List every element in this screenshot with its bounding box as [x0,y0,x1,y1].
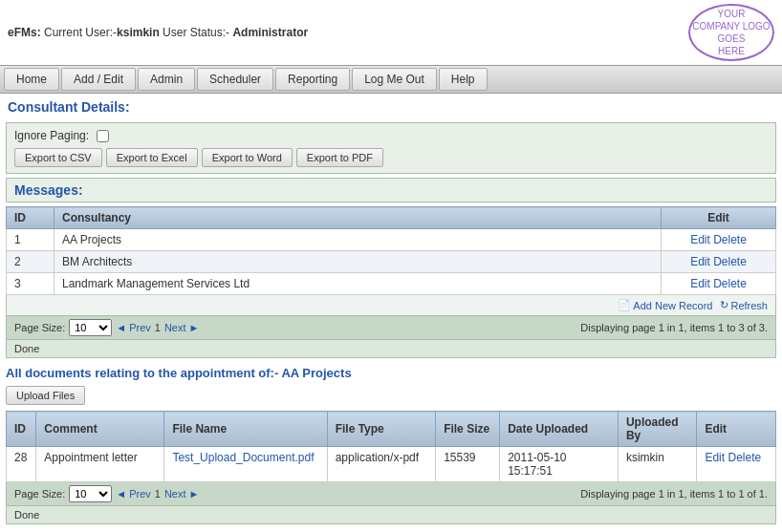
page-size-label: Page Size: [14,322,65,333]
ignore-paging-checkbox[interactable] [97,130,109,142]
messages-action-bar: 📄 Add New Record ↻ Refresh [6,295,776,316]
export-excel-button[interactable]: Export to Excel [106,148,198,167]
messages-table: ID Consultancy Edit 1 AA Projects Edit D… [6,206,776,295]
nav-help[interactable]: Help [439,68,488,91]
doc-col-id: ID [7,412,36,447]
row3-consultancy: Landmark Management Services Ltd [54,273,662,295]
documents-done-bar: Done [6,506,776,524]
main-nav: Home Add / Edit Admin Scheduler Reportin… [0,65,782,94]
documents-displaying-text: Displaying page 1 in 1, items 1 to 1 of … [580,488,768,500]
messages-done-bar: Done [6,340,776,358]
nav-logout[interactable]: Log Me Out [352,68,437,91]
table-row: 2 BM Architects Edit Delete [7,251,776,273]
messages-page-num: 1 [155,322,161,333]
doc-col-comment: Comment [36,412,164,447]
doc-col-edit: Edit [697,412,776,447]
messages-page-size-row: Page Size: 10 25 50 ◄ Prev 1 Next ► [14,319,199,336]
messages-page-size-select[interactable]: 10 25 50 [69,319,112,336]
upload-files-button[interactable]: Upload Files [6,386,85,405]
doc-col-filetype: File Type [327,412,435,447]
add-new-record-link[interactable]: 📄 Add New Record [618,299,712,311]
messages-next-link[interactable]: Next ► [164,322,200,333]
row3-id: 3 [7,273,54,295]
ignore-paging-label: Ignore Paging: [14,129,89,142]
row1-id: 1 [7,229,54,251]
doc-col-uploadedby: Uploaded By [618,412,697,447]
consultant-details-title: Consultant Details: [0,94,782,118]
doc-row1-uploadedby: ksimkin [618,447,697,482]
messages-title: Messages: [14,182,83,198]
row2-consultancy: BM Architects [54,251,662,273]
col-id: ID [7,207,54,229]
ignore-paging-row: Ignore Paging: [14,129,768,142]
company-logo: YOURCOMPANY LOGOGOESHERE [688,4,774,61]
nav-admin[interactable]: Admin [138,68,195,91]
nav-reporting[interactable]: Reporting [275,68,350,91]
col-consultancy: Consultancy [54,207,662,229]
export-word-button[interactable]: Export to Word [202,148,293,167]
add-icon: 📄 [618,299,631,311]
doc-row1-edit-link[interactable]: Edit [705,451,725,464]
messages-prev-link[interactable]: ◄ Prev [116,322,151,333]
documents-page-size-row: Page Size: 10 25 50 ◄ Prev 1 Next ► [14,485,199,502]
refresh-icon: ↻ [720,299,728,311]
row3-delete-link[interactable]: Delete [713,277,747,290]
documents-table: ID Comment File Name File Type File Size… [6,411,776,482]
documents-next-link[interactable]: Next ► [164,488,200,500]
export-buttons-row: Export to CSV Export to Excel Export to … [14,148,768,167]
header-title: eFMs: Current User:-ksimkin User Status:… [8,26,308,39]
messages-table-section: ID Consultancy Edit 1 AA Projects Edit D… [6,206,776,358]
export-csv-button[interactable]: Export to CSV [14,148,102,167]
row2-edit-cell: Edit Delete [662,251,776,273]
export-pdf-button[interactable]: Export to PDF [296,148,383,167]
doc-row1-id: 28 [7,447,36,482]
doc-row1-edit-cell: Edit Delete [697,447,776,482]
table-row: 28 Appointment letter Test_Upload_Docume… [7,447,776,482]
row1-consultancy: AA Projects [54,229,662,251]
doc-row1-dateuploaded: 2011-05-10 15:17:51 [500,447,619,482]
table-row: 3 Landmark Management Services Ltd Edit … [7,273,776,295]
documents-page-size-select[interactable]: 10 25 50 [69,485,112,502]
documents-title: All documents relating to the appointmen… [6,366,776,380]
table-row: 1 AA Projects Edit Delete [7,229,776,251]
messages-done-label: Done [14,343,39,354]
row2-edit-link[interactable]: Edit [690,255,710,268]
consultant-details-box: Ignore Paging: Export to CSV Export to E… [6,122,776,174]
doc-col-filename: File Name [164,412,327,447]
doc-row1-filetype: application/x-pdf [327,447,435,482]
documents-pagination-bar: Page Size: 10 25 50 ◄ Prev 1 Next ► Disp… [6,482,776,506]
row1-edit-link[interactable]: Edit [690,233,710,246]
doc-row1-comment: Appointment letter [36,447,164,482]
row2-id: 2 [7,251,54,273]
doc-row1-filesize: 15539 [436,447,500,482]
doc-row1-filename-link[interactable]: Test_Upload_Document.pdf [172,451,314,464]
documents-page-num: 1 [155,488,161,500]
row3-edit-link[interactable]: Edit [690,277,710,290]
messages-displaying-text: Displaying page 1 in 1, items 1 to 3 of … [580,322,768,333]
doc-col-dateuploaded: Date Uploaded [500,412,619,447]
nav-add-edit[interactable]: Add / Edit [61,68,136,91]
row2-delete-link[interactable]: Delete [713,255,747,268]
header: eFMs: Current User:-ksimkin User Status:… [0,0,782,65]
refresh-link[interactable]: ↻ Refresh [720,299,768,311]
doc-row1-delete-link[interactable]: Delete [728,451,761,464]
documents-done-label: Done [14,509,39,521]
messages-section-title-box: Messages: [6,178,776,202]
doc-row1-filename: Test_Upload_Document.pdf [164,447,327,482]
app-name: eFMs: Current User:-ksimkin User Status:… [8,26,308,39]
col-edit: Edit [662,207,776,229]
upload-button-row: Upload Files [6,386,776,405]
documents-section: All documents relating to the appointmen… [6,366,776,524]
documents-prev-link[interactable]: ◄ Prev [116,488,151,500]
nav-scheduler[interactable]: Scheduler [197,68,273,91]
row3-edit-cell: Edit Delete [662,273,776,295]
nav-home[interactable]: Home [4,68,59,91]
row1-edit-cell: Edit Delete [662,229,776,251]
doc-col-filesize: File Size [436,412,500,447]
messages-pagination-bar: Page Size: 10 25 50 ◄ Prev 1 Next ► Disp… [6,316,776,340]
doc-page-size-label: Page Size: [14,488,65,500]
row1-delete-link[interactable]: Delete [713,233,747,246]
